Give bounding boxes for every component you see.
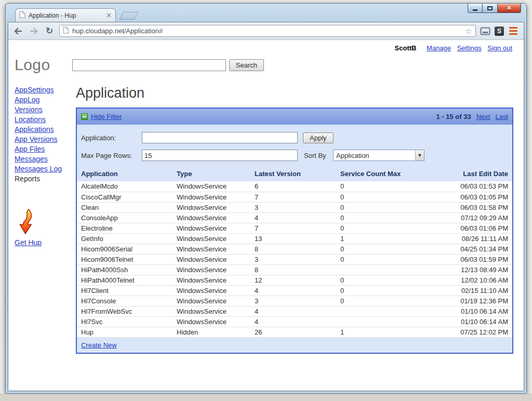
table-cell: WindowsService xyxy=(172,244,250,254)
table-cell: 4 xyxy=(250,212,336,223)
table-cell: 04/25 01:34 PM xyxy=(440,244,512,254)
address-bar[interactable]: hup.cloudapp.net/Application# ☆ xyxy=(59,25,476,37)
tab-title: Application - Hup xyxy=(29,12,103,19)
minimize-button[interactable] xyxy=(468,4,483,13)
collapse-filter-icon[interactable] xyxy=(81,113,88,120)
browser-menu-icon[interactable] xyxy=(508,27,520,35)
sidebar-link-versions[interactable]: Versions xyxy=(15,105,76,115)
table-row: ElectrolineWindowsService7006/03 01:06 P… xyxy=(77,223,512,233)
table-cell: Electroline xyxy=(77,223,172,233)
table-cell: 06/03 01:06 PM xyxy=(440,223,512,233)
search-button[interactable]: Search xyxy=(229,59,264,71)
table-cell: WindowsService xyxy=(172,264,250,275)
grid-footer-bar: Create New xyxy=(77,338,512,353)
maximize-button[interactable] xyxy=(483,4,498,13)
table-row: HiPath4000TelnetWindowsService12012/02 1… xyxy=(77,275,512,285)
close-button[interactable]: ✕ xyxy=(498,4,521,13)
max-page-rows-input[interactable] xyxy=(142,150,298,161)
presentation-frame-icon[interactable] xyxy=(480,27,490,35)
grid-header-bar: Hide Filter 1 - 15 of 33 Next Last xyxy=(77,109,512,125)
sidebar-link-messages[interactable]: Messages xyxy=(15,154,76,164)
table-cell: WindowsService xyxy=(172,202,250,212)
table-cell: WindowsService xyxy=(172,181,250,192)
pagination-next-link[interactable]: Next xyxy=(476,113,490,121)
table-cell xyxy=(336,316,440,327)
table-cell: 06/03 01:58 PM xyxy=(440,202,512,212)
table-cell: Hidden xyxy=(172,327,250,337)
column-header-last-edit-date: Last Edit Date xyxy=(440,168,512,181)
table-header-row: Application Type Latest Version Service … xyxy=(77,168,512,181)
table-cell: Hl7Console xyxy=(77,296,172,306)
tab-strip: Application - Hup ✕ xyxy=(8,8,524,22)
table-cell: 01/10 06:14 AM xyxy=(440,306,512,316)
table-cell: 0 xyxy=(336,296,440,306)
sign-out-link[interactable]: Sign out xyxy=(487,44,512,52)
masthead: Logo Search xyxy=(8,53,524,76)
forward-button[interactable] xyxy=(28,25,39,37)
table-cell: Hl7Svc xyxy=(77,316,172,327)
main-content: Application Hide Filter 1 - 15 of 33 Nex… xyxy=(76,85,524,354)
table-cell: WindowsService xyxy=(172,306,250,316)
tab-close-icon[interactable]: ✕ xyxy=(106,12,112,19)
create-new-link[interactable]: Create New xyxy=(81,341,117,349)
user-bar: ScottB Manage Settings Sign out xyxy=(8,40,524,53)
table-row: Hl7SvcWindowsService401/10 06:14 AM xyxy=(77,316,512,327)
table-cell: 1 xyxy=(336,327,440,337)
table-cell: 02/15 11:10 AM xyxy=(440,285,512,296)
application-filter-label: Application: xyxy=(81,134,142,142)
s-extension-icon[interactable]: S xyxy=(495,26,504,36)
application-filter-row: Application: Apply xyxy=(77,129,512,146)
back-button[interactable] xyxy=(12,25,24,37)
table-cell: WindowsService xyxy=(172,254,250,264)
sidebar: AppSettingsAppLogVersionsLocationsApplic… xyxy=(8,85,76,354)
url-text[interactable]: hup.cloudapp.net/Application# xyxy=(72,27,163,35)
table-cell: 0 xyxy=(336,254,440,264)
get-hup-link[interactable]: Get Hup xyxy=(15,238,42,247)
sidebar-link-messages-log[interactable]: Messages Log xyxy=(15,164,76,174)
hide-filter-link[interactable]: Hide Filter xyxy=(91,113,122,121)
table-cell: 06/03 01:05 PM xyxy=(440,192,512,202)
sidebar-link-app-versions[interactable]: App Versions xyxy=(15,135,76,144)
table-cell: 0 xyxy=(336,223,440,233)
sidebar-link-appsettings[interactable]: AppSettings xyxy=(15,85,76,95)
sidebar-link-locations[interactable]: Locations xyxy=(15,115,76,125)
table-cell: 12/02 10:06 AM xyxy=(440,275,512,285)
sidebar-link-applications[interactable]: Applications xyxy=(15,125,76,135)
manage-link[interactable]: Manage xyxy=(427,44,451,52)
search-input[interactable] xyxy=(72,59,226,71)
table-cell: GetInfo xyxy=(77,233,172,244)
table-row: ConsoleAppWindowsService4007/12 09:29 AM xyxy=(77,212,512,223)
settings-link[interactable]: Settings xyxy=(457,44,482,52)
sidebar-link-applog[interactable]: AppLog xyxy=(15,95,76,105)
column-header-type: Type xyxy=(172,168,250,181)
new-tab-button[interactable] xyxy=(119,12,139,20)
minimize-icon xyxy=(473,9,477,11)
table-cell: 4 xyxy=(250,306,336,316)
table-cell: Hicom9006Serial xyxy=(77,244,172,254)
application-filter-input[interactable] xyxy=(142,132,298,143)
browser-window: ✕ Application - Hup ✕ ↻ hup.clou xyxy=(5,3,527,394)
apply-button[interactable]: Apply xyxy=(303,132,334,143)
table-cell: 07/12 09:29 AM xyxy=(440,212,512,223)
column-header-service-count-max: Service Count Max xyxy=(336,168,440,181)
filter-panel: Application: Apply Max Page Rows: Sort B… xyxy=(77,125,512,164)
table-row: Hl7ClientWindowsService4002/15 11:10 AM xyxy=(77,285,512,296)
reload-button[interactable]: ↻ xyxy=(44,25,55,37)
table-cell: Hicom9006Telnet xyxy=(77,254,172,264)
table-cell: 0 xyxy=(336,181,440,192)
table-cell: HiPath4000Telnet xyxy=(77,275,172,285)
table-cell: AlcatelMcdo xyxy=(77,181,172,192)
table-cell: 4 xyxy=(250,285,336,296)
table-cell: 07/25 12:02 PM xyxy=(440,327,512,337)
bookmark-star-icon[interactable]: ☆ xyxy=(466,27,472,35)
table-row: Hl7FromWebSvcWindowsService401/10 06:14 … xyxy=(77,306,512,316)
table-cell: 01/19 12:36 PM xyxy=(440,296,512,306)
table-row: Hl7ConsoleWindowsService3001/19 12:36 PM xyxy=(77,296,512,306)
table-cell: CiscoCallMgr xyxy=(77,192,172,202)
window-controls: ✕ xyxy=(468,4,521,13)
sort-by-select[interactable]: Application ▼ xyxy=(333,150,424,161)
max-rows-filter-row: Max Page Rows: Sort By Application ▼ xyxy=(77,146,512,164)
pagination-last-link[interactable]: Last xyxy=(495,113,508,121)
sidebar-link-app-files[interactable]: App Files xyxy=(15,144,76,154)
browser-tab[interactable]: Application - Hup ✕ xyxy=(15,8,116,22)
